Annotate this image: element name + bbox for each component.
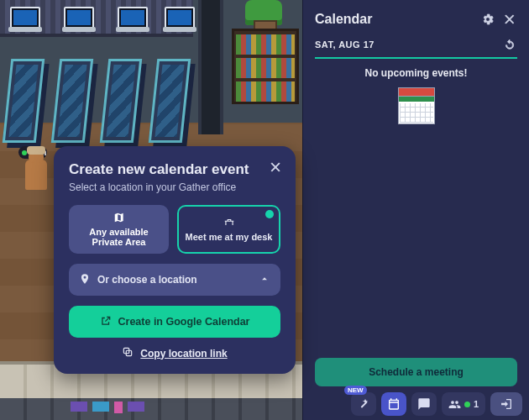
bookshelf-decor [232, 29, 299, 104]
bottom-toolbar: NEW 1 [302, 391, 524, 417]
schedule-meeting-button[interactable]: Schedule a meeting [315, 358, 517, 386]
check-icon [265, 210, 274, 218]
external-link-icon [100, 315, 112, 329]
modal-subtitle: Select a location in your Gather office [69, 181, 280, 193]
presence-dot-icon [464, 402, 470, 407]
new-badge: NEW [344, 386, 367, 395]
copy-icon [122, 346, 134, 360]
close-icon[interactable] [502, 12, 517, 27]
close-icon[interactable] [269, 160, 284, 175]
pillar [198, 0, 223, 134]
calendar-illustration [398, 87, 435, 124]
location-select[interactable]: Or choose a location [69, 264, 280, 296]
magic-tool-button[interactable]: NEW [351, 392, 376, 416]
copy-link-label: Copy location link [140, 348, 227, 360]
refresh-icon[interactable] [502, 37, 517, 52]
chevron-up-icon [259, 273, 270, 287]
option-my-desk[interactable]: Meet me at my desk [177, 205, 280, 254]
create-event-modal: Create new calendar event Select a locat… [54, 146, 296, 374]
plant-decor [245, 0, 282, 25]
calendar-date: SAT, AUG 17 [315, 39, 502, 50]
create-google-calendar-button[interactable]: Create in Google Calendar [69, 306, 280, 338]
participants-button[interactable]: 1 [442, 392, 485, 416]
calendar-tool-button[interactable] [381, 392, 406, 416]
location-select-label: Or choose a location [97, 274, 197, 286]
calendar-title: Calendar [315, 12, 474, 27]
chat-tool-button[interactable] [411, 392, 437, 416]
map-icon [113, 212, 125, 223]
calendar-panel: Calendar SAT, AUG 17 No upcoming events!… [302, 0, 529, 420]
option-private-area[interactable]: Any available Private Area [69, 205, 169, 254]
date-progress-bar [315, 57, 517, 59]
laptop-decor [165, 7, 195, 29]
laptop-decor [10, 7, 40, 29]
schedule-meeting-label: Schedule a meeting [369, 366, 464, 378]
option-private-area-label: Any available Private Area [74, 227, 164, 247]
copy-location-link[interactable]: Copy location link [69, 346, 280, 360]
leave-button[interactable] [490, 392, 522, 416]
option-my-desk-label: Meet me at my desk [186, 232, 273, 242]
presence-count: 1 [474, 399, 479, 409]
desk-icon [223, 217, 235, 228]
player-avatar[interactable] [25, 160, 47, 190]
no-events-text: No upcoming events! [303, 67, 529, 79]
laptop-decor [64, 7, 94, 29]
location-pin-icon [79, 273, 91, 287]
gear-icon[interactable] [480, 12, 495, 27]
laptop-decor [118, 7, 148, 29]
create-button-label: Create in Google Calendar [118, 316, 250, 328]
modal-title: Create new calendar event [69, 161, 280, 178]
